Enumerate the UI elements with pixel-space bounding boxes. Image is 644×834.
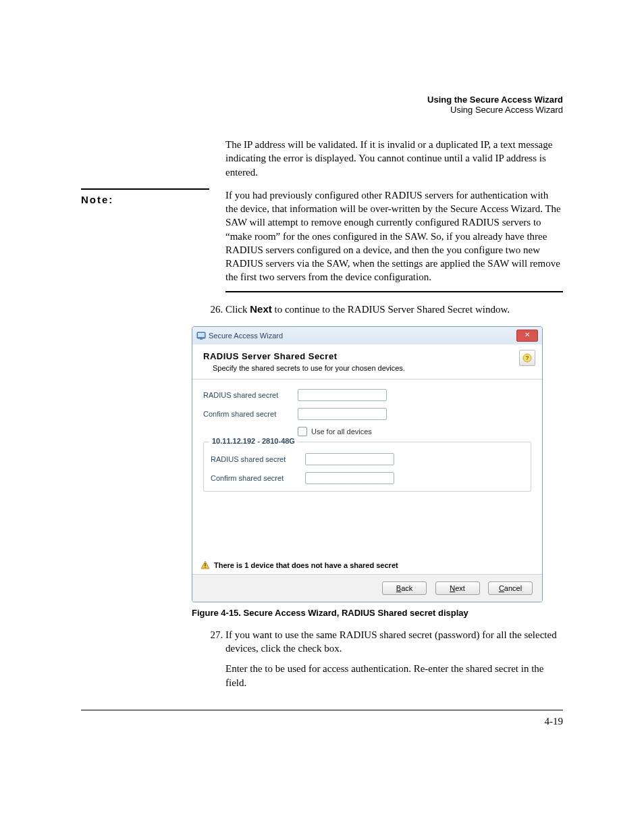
next-button[interactable]: Next: [435, 581, 480, 595]
svg-rect-2: [200, 338, 203, 340]
svg-rect-6: [205, 563, 205, 566]
wizard-titlebar: Secure Access Wizard ✕: [192, 327, 542, 344]
cancel-button[interactable]: Cancel: [488, 581, 533, 595]
next-inline: Next: [250, 303, 272, 315]
input-radius-secret-2[interactable]: [305, 453, 394, 465]
help-icon: ?: [522, 353, 532, 363]
note-text: If you had previously configured other R…: [225, 188, 563, 292]
note-label: Note:: [81, 188, 209, 205]
warning-bar: There is 1 device that does not have a s…: [192, 556, 542, 574]
wizard-footer: Back Next Cancel: [192, 574, 542, 602]
use-for-all-checkbox[interactable]: [298, 427, 307, 436]
note-block: Note: If you had previously configured o…: [81, 188, 563, 292]
footer-rule: [81, 710, 563, 710]
step-27: If you want to use the same RADIUS share…: [225, 628, 563, 689]
input-radius-secret-1[interactable]: [298, 389, 387, 401]
wizard-icon: [196, 332, 206, 340]
figure-wrap: Secure Access Wizard ✕ RADIUS Server Sha…: [192, 326, 563, 618]
running-header: Using the Secure Access Wizard Using Sec…: [81, 95, 563, 115]
svg-rect-7: [205, 567, 205, 567]
wizard-window: Secure Access Wizard ✕ RADIUS Server Sha…: [192, 326, 543, 602]
section-title: Using Secure Access Wizard: [81, 105, 563, 115]
use-for-all-label: Use for all devices: [311, 427, 372, 436]
use-for-all-row: Use for all devices: [298, 427, 531, 436]
wizard-body: RADIUS shared secret Confirm shared secr…: [192, 380, 542, 556]
label-confirm-secret-1: Confirm shared secret: [203, 410, 298, 418]
input-confirm-secret-1[interactable]: [298, 408, 387, 420]
wizard-window-title: Secure Access Wizard: [209, 332, 283, 340]
help-button[interactable]: ?: [519, 350, 535, 366]
warning-icon: [200, 561, 210, 570]
label-confirm-secret-2: Confirm shared secret: [211, 474, 305, 482]
chapter-title: Using the Secure Access Wizard: [81, 95, 563, 105]
warning-text: There is 1 device that does not have a s…: [214, 561, 398, 569]
input-confirm-secret-2[interactable]: [305, 472, 394, 484]
step-list: Click Next to continue to the RADIUS Ser…: [192, 303, 563, 316]
step-list-2: If you want to use the same RADIUS share…: [192, 628, 563, 689]
label-radius-secret-1: RADIUS shared secret: [203, 391, 298, 399]
device-fieldset: 10.11.12.192 - 2810-48G RADIUS shared se…: [203, 442, 531, 492]
label-radius-secret-2: RADIUS shared secret: [211, 455, 305, 463]
wizard-header-title: RADIUS Server Shared Secret: [203, 351, 531, 361]
svg-text:?: ?: [525, 355, 529, 361]
step-26: Click Next to continue to the RADIUS Ser…: [225, 303, 563, 316]
figure-caption: Figure 4-15. Secure Access Wizard, RADIU…: [192, 608, 563, 618]
device-legend: 10.11.12.192 - 2810-48G: [209, 437, 298, 445]
intro-paragraph: The IP address will be validated. If it …: [225, 138, 563, 179]
back-button[interactable]: Back: [382, 581, 427, 595]
svg-rect-1: [198, 333, 205, 337]
close-icon[interactable]: ✕: [516, 330, 538, 342]
wizard-header-subtitle: Specify the shared secrets to use for yo…: [213, 364, 531, 372]
wizard-header: RADIUS Server Shared Secret Specify the …: [192, 344, 542, 380]
page-number: 4-19: [81, 716, 563, 727]
